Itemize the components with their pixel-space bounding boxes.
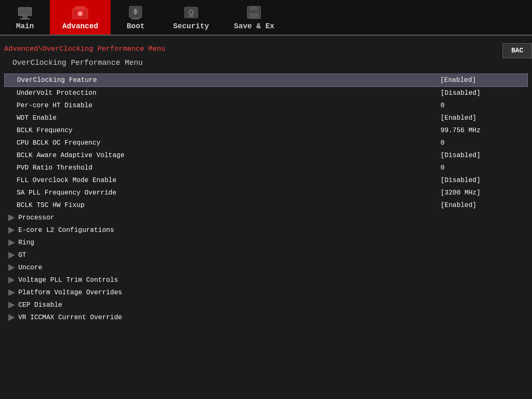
nav-label-main: Main — [16, 22, 34, 30]
setting-row[interactable]: Processor — [4, 212, 528, 224]
nav-label-security: Security — [173, 22, 209, 30]
svg-rect-15 — [250, 6, 258, 10]
setting-name: BCLK TSC HW Fixup — [17, 202, 441, 209]
setting-row[interactable]: SA PLL Frequency Override[3200 MHz] — [4, 187, 528, 199]
setting-name: CEP Disable — [18, 301, 524, 309]
submenu-arrow-icon — [8, 227, 15, 234]
submenu-arrow-icon — [8, 314, 15, 321]
setting-row[interactable]: Platform Voltage Overrides — [4, 286, 528, 299]
setting-name: Uncore — [18, 264, 524, 271]
setting-row[interactable]: WDT Enable[Enabled] — [4, 112, 528, 124]
setting-row[interactable]: CEP Disable — [4, 299, 528, 311]
setting-row[interactable]: OverClocking Feature[Enabled] — [4, 74, 528, 87]
setting-value: [Enabled] — [441, 114, 524, 122]
setting-value: [Enabled] — [440, 76, 523, 84]
setting-name: BCLK Frequency — [17, 127, 441, 134]
svg-rect-4 — [75, 6, 85, 10]
advanced-icon — [72, 5, 89, 20]
submenu-arrow-icon — [8, 239, 15, 246]
main-icon — [17, 5, 33, 20]
setting-row[interactable]: Ring — [4, 236, 528, 249]
setting-row[interactable]: E-core L2 Configurations — [4, 224, 528, 236]
svg-rect-1 — [22, 16, 27, 18]
security-icon — [183, 5, 200, 20]
settings-list: OverClocking Feature[Enabled]UnderVolt P… — [4, 74, 528, 324]
setting-name: E-core L2 Configurations — [18, 227, 524, 234]
breadcrumb: Advanced\OverClocking Performance Menu — [0, 36, 532, 53]
setting-row[interactable]: GT — [4, 249, 528, 261]
setting-value: [Disabled] — [441, 89, 524, 97]
page-title: OverClocking Performance Menu — [0, 53, 532, 74]
setting-name: Ring — [18, 239, 524, 246]
submenu-arrow-icon — [8, 302, 15, 308]
setting-row[interactable]: Voltage PLL Trim Controls — [4, 274, 528, 286]
setting-value: [3200 MHz] — [441, 189, 524, 197]
submenu-arrow-icon — [8, 214, 15, 221]
setting-row[interactable]: PVD Ratio Threshold0 — [4, 162, 528, 174]
setting-value: [Enabled] — [441, 202, 524, 209]
nav-item-save-exit[interactable]: Save & Ex — [222, 0, 287, 34]
nav-item-security[interactable]: Security — [160, 0, 221, 34]
setting-row[interactable]: Per-core HT Disable0 — [4, 99, 528, 112]
setting-value: 0 — [441, 139, 524, 147]
setting-value: 99.756 MHz — [441, 127, 524, 134]
boot-icon — [127, 5, 144, 20]
setting-name: BCLK Aware Adaptive Voltage — [17, 152, 441, 159]
nav-label-boot: Boot — [127, 22, 145, 30]
submenu-arrow-icon — [8, 252, 15, 259]
setting-name: CPU BCLK OC Frequency — [17, 139, 441, 147]
submenu-arrow-icon — [8, 277, 15, 283]
svg-rect-10 — [135, 9, 136, 15]
setting-value: [Disabled] — [441, 177, 524, 184]
nav-label-advanced: Advanced — [62, 22, 98, 30]
nav-item-advanced[interactable]: Advanced — [50, 0, 111, 34]
setting-row[interactable]: Uncore — [4, 261, 528, 274]
setting-name: VR ICCMAX Current Override — [18, 314, 524, 321]
setting-name: FLL Overclock Mode Enable — [17, 177, 441, 184]
setting-name: SA PLL Frequency Override — [17, 189, 441, 197]
top-nav: Main Advanced Boot — [0, 0, 532, 36]
setting-name: Processor — [18, 214, 524, 222]
nav-item-boot[interactable]: Boot — [111, 0, 160, 34]
setting-name: WDT Enable — [17, 114, 441, 122]
setting-row[interactable]: VR ICCMAX Current Override — [4, 311, 528, 324]
setting-row[interactable]: BCLK Frequency99.756 MHz — [4, 124, 528, 137]
back-button[interactable]: BAC — [502, 43, 532, 58]
setting-row[interactable]: FLL Overclock Mode Enable[Disabled] — [4, 174, 528, 187]
setting-name: PVD Ratio Threshold — [17, 164, 441, 172]
svg-rect-2 — [20, 18, 30, 20]
svg-rect-8 — [131, 18, 140, 20]
setting-row[interactable]: BCLK Aware Adaptive Voltage[Disabled] — [4, 149, 528, 162]
setting-name: Voltage PLL Trim Controls — [18, 276, 524, 284]
nav-item-main[interactable]: Main — [0, 0, 50, 34]
svg-rect-16 — [249, 13, 259, 18]
svg-rect-13 — [190, 14, 193, 17]
setting-value: 0 — [441, 102, 524, 109]
setting-name: UnderVolt Protection — [17, 89, 441, 97]
content-area: BAC Advanced\OverClocking Performance Me… — [0, 36, 532, 399]
setting-row[interactable]: CPU BCLK OC Frequency0 — [4, 137, 528, 149]
setting-value: [Disabled] — [441, 152, 524, 159]
save-exit-icon — [246, 5, 262, 20]
submenu-arrow-icon — [8, 289, 15, 296]
svg-rect-0 — [18, 7, 32, 16]
setting-row[interactable]: UnderVolt Protection[Disabled] — [4, 87, 528, 99]
nav-label-save-exit: Save & Ex — [234, 22, 274, 30]
setting-row[interactable]: BCLK TSC HW Fixup[Enabled] — [4, 199, 528, 212]
setting-name: Platform Voltage Overrides — [18, 289, 524, 296]
setting-name: GT — [18, 251, 524, 259]
setting-name: Per-core HT Disable — [17, 102, 441, 109]
setting-value: 0 — [441, 164, 524, 172]
svg-point-6 — [79, 12, 82, 15]
setting-name: OverClocking Feature — [17, 76, 440, 84]
submenu-arrow-icon — [8, 264, 15, 271]
